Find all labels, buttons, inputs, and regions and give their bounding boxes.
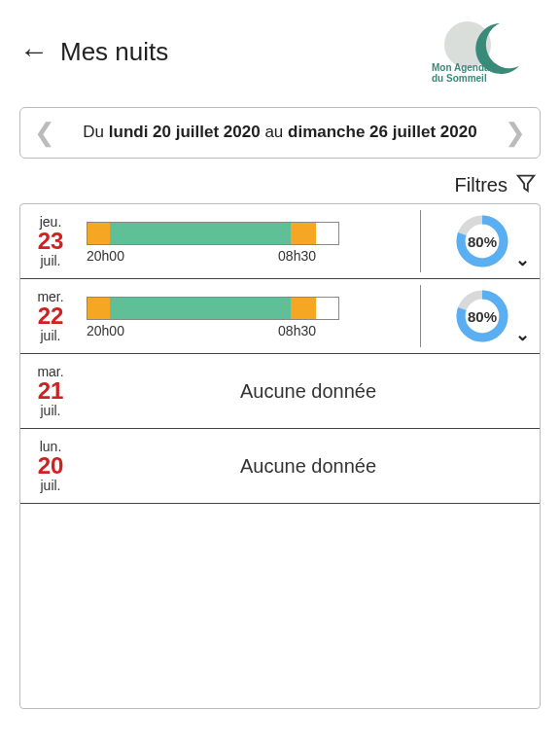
end-time: 08h30: [278, 248, 339, 264]
sleep-timeline-bar: [87, 222, 339, 245]
app-logo: Mon Agenda du Sommeil: [424, 18, 541, 86]
logo-text: Mon Agenda du Sommeil: [432, 62, 490, 84]
filters-label: Filtres: [455, 174, 508, 196]
header: ← Mes nuits Mon Agenda du Sommeil: [0, 0, 560, 95]
date-range-label: Du lundi 20 juillet 2020 au dimanche 26 …: [65, 122, 495, 143]
timeline-segment-orange: [88, 298, 110, 319]
header-left: ← Mes nuits: [19, 37, 168, 67]
time-labels: 20h0008h30: [87, 248, 339, 264]
end-time: 08h30: [278, 323, 339, 338]
efficiency-donut: 80%: [454, 213, 510, 269]
date-cell: mar.21juil.: [20, 360, 81, 422]
page-title: Mes nuits: [60, 37, 168, 67]
filter-icon[interactable]: [515, 172, 537, 197]
day-number: 20: [38, 454, 64, 478]
next-week-button[interactable]: ❯: [505, 118, 526, 148]
day-number: 22: [38, 304, 64, 328]
nights-list: jeu.23juil.20h0008h3080%⌄mer.22juil.20h0…: [19, 203, 541, 709]
date-cell: mer.22juil.: [20, 285, 81, 347]
month-abbrev: juil.: [40, 478, 60, 493]
month-abbrev: juil.: [40, 403, 60, 418]
night-row: mar.21juil.Aucune donnée: [20, 354, 540, 429]
date-cell: jeu.23juil.: [20, 210, 81, 272]
efficiency-percent: 80%: [454, 288, 510, 344]
no-data-label: Aucune donnée: [81, 435, 536, 497]
efficiency-cell: 80%⌄: [429, 285, 536, 347]
day-number: 23: [38, 230, 64, 253]
date-to: dimanche 26 juillet 2020: [288, 123, 477, 141]
filters-bar: Filtres: [0, 168, 560, 203]
efficiency-percent: 80%: [454, 213, 510, 269]
night-row: lun.20juil.Aucune donnée: [20, 429, 540, 504]
efficiency-cell: 80%⌄: [429, 210, 536, 272]
night-row: jeu.23juil.20h0008h3080%⌄: [20, 204, 540, 279]
efficiency-donut: 80%: [454, 288, 510, 344]
logo-text-line2: du Sommeil: [432, 73, 490, 84]
start-time: 20h00: [87, 323, 124, 338]
time-labels: 20h0008h30: [87, 323, 339, 338]
date-prefix: Du: [83, 123, 108, 141]
back-arrow-icon[interactable]: ←: [19, 37, 49, 66]
sleep-timeline-bar: [87, 297, 339, 320]
date-from: lundi 20 juillet 2020: [109, 123, 261, 141]
chevron-down-icon[interactable]: ⌄: [515, 324, 530, 345]
timeline-segment-orange: [88, 223, 110, 244]
logo-text-line1: Mon Agenda: [432, 62, 490, 73]
date-cell: lun.20juil.: [20, 435, 81, 497]
month-abbrev: juil.: [40, 253, 60, 268]
month-abbrev: juil.: [40, 328, 60, 343]
prev-week-button[interactable]: ❮: [34, 118, 55, 148]
timeline-cell: 20h0008h30: [81, 210, 421, 272]
timeline-segment-green: [110, 223, 291, 244]
night-row: mer.22juil.20h0008h3080%⌄: [20, 279, 540, 354]
timeline-segment-orange: [291, 298, 316, 319]
chevron-down-icon[interactable]: ⌄: [515, 249, 530, 270]
date-mid: au: [261, 123, 288, 141]
timeline-cell: 20h0008h30: [81, 285, 421, 347]
timeline-segment-green: [110, 298, 291, 319]
date-range-nav: ❮ Du lundi 20 juillet 2020 au dimanche 2…: [19, 107, 541, 159]
day-number: 21: [38, 379, 64, 403]
no-data-label: Aucune donnée: [81, 360, 536, 422]
timeline-segment-orange: [291, 223, 316, 244]
start-time: 20h00: [87, 248, 124, 264]
